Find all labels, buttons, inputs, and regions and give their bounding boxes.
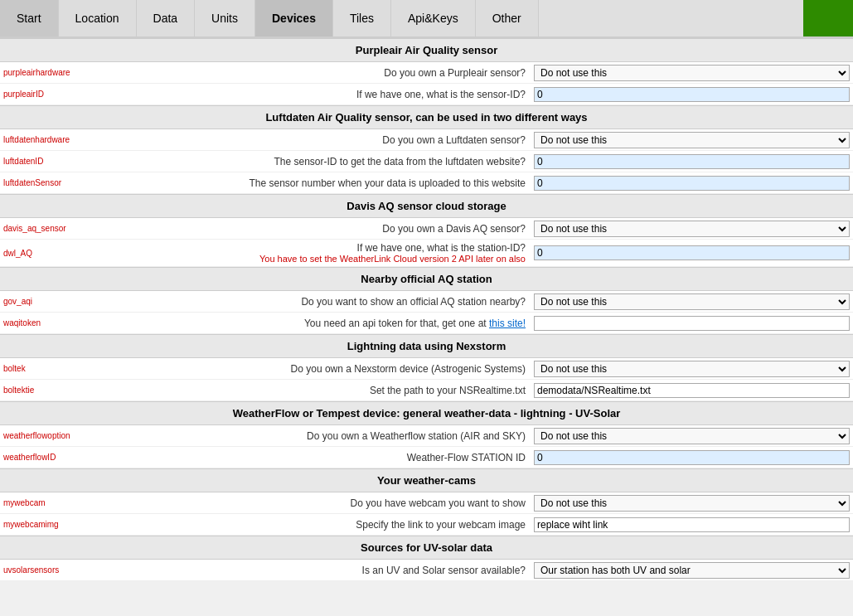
row-label-cell-weatherflowID: Weather-Flow STATION ID <box>83 449 531 466</box>
section-header-davis: Davis AQ sensor cloud storage <box>0 194 853 218</box>
row-label-cell-davis_aq_sensor: Do you own a Davis AQ sensor? <box>83 221 531 237</box>
row-label-dwl_AQ: If we have one, what is the station-ID? <box>357 242 526 254</box>
row-control-waqitoken <box>531 314 853 332</box>
row-key-luftdatenSensor: luftdatenSensor <box>0 177 83 189</box>
row-label-cell-purpleairhardware: Do you own a Purpleair sensor? <box>83 65 531 81</box>
section-header-uvsolarsensors: Sources for UV-solar data <box>0 536 853 560</box>
row-label-cell-waqitoken: You need an api token for that, get one … <box>83 315 531 332</box>
nav-tab-tiles[interactable]: Tiles <box>333 0 391 36</box>
row-control-davis_aq_sensor: Do not use thisYes <box>531 219 853 239</box>
row-label-purpleairhardware: Do you own a Purpleair sensor? <box>384 67 526 79</box>
row-key-waqitoken: waqitoken <box>0 317 83 329</box>
form-row-waqitoken: waqitokenYou need an api token for that,… <box>0 313 853 334</box>
row-control-weatherflowoption: Do not use thisYes <box>531 426 853 446</box>
row-key-uvsolarsensors: uvsolarsensors <box>0 564 83 576</box>
row-key-weatherflowID: weatherflowID <box>0 451 83 463</box>
row-key-gov_aqi: gov_aqi <box>0 295 83 308</box>
row-label-cell-luftdatenSensor: The sensor number when your data is uplo… <box>83 175 531 192</box>
row-control-mywebcam: Do not use thisYes <box>531 493 853 513</box>
form-row-mywebcam: mywebcamDo you have webcam you want to s… <box>0 492 853 514</box>
form-row-boltektie: boltektieSet the path to your NSRealtime… <box>0 380 853 401</box>
section-header-lightning: Lightning data using Nexstorm <box>0 334 853 358</box>
input-mywebcamimg[interactable] <box>534 517 850 532</box>
select-boltek[interactable]: Do not use thisYes <box>534 361 850 377</box>
main-content: Purpleair Air Quality sensorpurpleairhar… <box>0 38 853 581</box>
row-control-luftdatenSensor <box>531 174 853 192</box>
select-mywebcam[interactable]: Do not use thisYes <box>534 495 850 512</box>
input-purpleairID[interactable] <box>534 87 850 102</box>
row-label-cell-gov_aqi: Do you want to show an official AQ stati… <box>83 293 531 310</box>
nav-tab-location[interactable]: Location <box>59 0 137 36</box>
row-label-cell-luftdatenID: The sensor-ID to get the data from the l… <box>83 153 531 170</box>
row-key-dwl_AQ: dwl_AQ <box>0 247 83 259</box>
row-key-mywebcam: mywebcam <box>0 497 83 509</box>
nav-tab-apikeys[interactable]: Api&Keys <box>391 0 476 36</box>
row-key-boltektie: boltektie <box>0 384 83 396</box>
nav-tab-data[interactable]: Data <box>137 0 196 36</box>
form-row-davis_aq_sensor: davis_aq_sensorDo you own a Davis AQ sen… <box>0 218 853 240</box>
row-key-luftdatenhardware: luftdatenhardware <box>0 133 83 146</box>
row-label-luftdatenID: The sensor-ID to get the data from the l… <box>274 156 526 167</box>
nav-tab-units[interactable]: Units <box>195 0 255 36</box>
row-label-cell-purpleairID: If we have one, what is the sensor-ID? <box>83 86 531 103</box>
row-link-waqitoken[interactable]: this site! <box>489 318 526 329</box>
row-control-boltek: Do not use thisYes <box>531 359 853 379</box>
section-header-luftdaten: Luftdaten Air Quality sensor, can be use… <box>0 105 853 129</box>
select-purpleairhardware[interactable]: Do not use thisYes <box>534 65 850 81</box>
select-uvsolarsensors[interactable]: Do not use thisOur station has both UV a… <box>534 562 850 579</box>
select-davis_aq_sensor[interactable]: Do not use thisYes <box>534 221 850 237</box>
row-label-mywebcamimg: Specify the link to your webcam image <box>356 519 526 531</box>
app-wrapper: StartLocationDataUnitsDevicesTilesApi&Ke… <box>0 0 853 581</box>
select-weatherflowoption[interactable]: Do not use thisYes <box>534 428 850 444</box>
form-row-mywebcamimg: mywebcamimgSpecify the link to your webc… <box>0 514 853 536</box>
form-row-uvsolarsensors: uvsolarsensorsIs an UV and Solar sensor … <box>0 560 853 581</box>
row-control-dwl_AQ <box>531 244 853 262</box>
form-row-dwl_AQ: dwl_AQIf we have one, what is the statio… <box>0 240 853 267</box>
input-weatherflowID[interactable] <box>534 450 850 465</box>
row-label-mywebcam: Do you have webcam you want to show <box>351 497 526 509</box>
nav-tab-other[interactable]: Other <box>476 0 539 36</box>
row-key-boltek: boltek <box>0 362 83 375</box>
row-label-gov_aqi: Do you want to show an official AQ stati… <box>301 296 526 308</box>
input-dwl_AQ[interactable] <box>534 245 850 260</box>
save-button[interactable] <box>803 0 853 36</box>
section-header-webcam: Your weather-cams <box>0 468 853 492</box>
form-row-luftdatenSensor: luftdatenSensorThe sensor number when yo… <box>0 172 853 194</box>
row-key-purpleairhardware: purpleairhardware <box>0 66 83 79</box>
row-control-mywebcamimg <box>531 516 853 534</box>
section-header-weatherflow: WeatherFlow or Tempest device: general w… <box>0 401 853 425</box>
row-key-davis_aq_sensor: davis_aq_sensor <box>0 222 83 235</box>
nav-tab-devices[interactable]: Devices <box>255 0 333 36</box>
row-label-uvsolarsensors: Is an UV and Solar sensor available? <box>362 565 526 576</box>
input-waqitoken[interactable] <box>534 316 850 331</box>
row-control-luftdatenID <box>531 153 853 171</box>
row-key-luftdatenID: luftdatenID <box>0 155 83 167</box>
row-label-boltek: Do you own a Nexstorm device (Astrogenic… <box>291 363 526 375</box>
row-label-davis_aq_sensor: Do you own a Davis AQ sensor? <box>382 223 526 235</box>
row-label-cell-weatherflowoption: Do you own a Weatherflow station (AIR an… <box>83 428 531 444</box>
form-row-purpleairID: purpleairIDIf we have one, what is the s… <box>0 84 853 105</box>
form-row-weatherflowID: weatherflowIDWeather-Flow STATION ID <box>0 447 853 468</box>
row-label-boltektie: Set the path to your NSRealtime.txt <box>370 385 526 396</box>
row-label-purpleairID: If we have one, what is the sensor-ID? <box>356 89 526 100</box>
row-control-weatherflowID <box>531 449 853 467</box>
row-control-uvsolarsensors: Do not use thisOur station has both UV a… <box>531 560 853 580</box>
row-label-weatherflowID: Weather-Flow STATION ID <box>407 452 526 463</box>
row-sublabel-dwl_AQ: You have to set the WeatherLink Cloud ve… <box>259 254 526 264</box>
input-boltektie[interactable] <box>534 383 850 398</box>
select-luftdatenhardware[interactable]: Do not use thisYes <box>534 132 850 148</box>
row-key-mywebcamimg: mywebcamimg <box>0 518 83 531</box>
form-row-luftdatenhardware: luftdatenhardwareDo you own a Luftdaten … <box>0 129 853 151</box>
nav-tabs: StartLocationDataUnitsDevicesTilesApi&Ke… <box>0 0 853 38</box>
form-row-weatherflowoption: weatherflowoptionDo you own a Weatherflo… <box>0 425 853 447</box>
input-luftdatenID[interactable] <box>534 154 850 169</box>
nav-tab-start[interactable]: Start <box>0 0 59 36</box>
row-label-waqitoken: You need an api token for that, get one … <box>304 318 526 329</box>
row-control-boltektie <box>531 381 853 400</box>
form-row-purpleairhardware: purpleairhardwareDo you own a Purpleair … <box>0 62 853 84</box>
input-luftdatenSensor[interactable] <box>534 176 850 191</box>
row-label-cell-mywebcam: Do you have webcam you want to show <box>83 495 531 512</box>
select-gov_aqi[interactable]: Do not use thisYes <box>534 293 850 310</box>
row-label-cell-boltektie: Set the path to your NSRealtime.txt <box>83 382 531 399</box>
section-header-govaq: Nearby official AQ station <box>0 267 853 291</box>
